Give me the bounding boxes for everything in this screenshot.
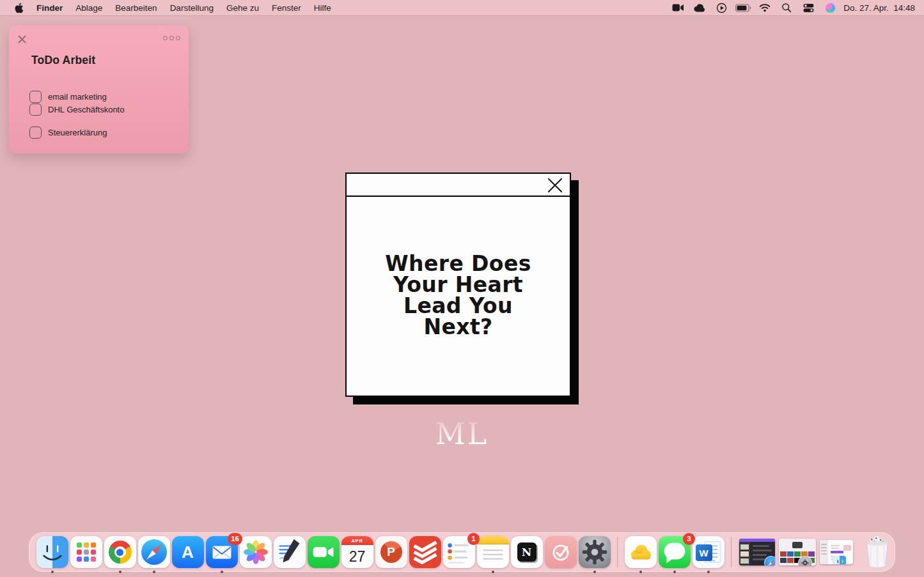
- mail-badge: 16: [228, 533, 242, 545]
- finder-mini-icon: [833, 555, 847, 564]
- spotlight-search-icon[interactable]: [778, 0, 795, 15]
- heading-line: Lead You: [385, 295, 531, 316]
- note-more-options-icon[interactable]: [163, 36, 180, 40]
- note-task-row: email marketing: [29, 91, 107, 103]
- note-task-row: DHL Geschäftskonto: [29, 104, 124, 116]
- menu-hilfe[interactable]: Hilfe: [308, 0, 338, 15]
- apple-icon: [14, 3, 24, 13]
- dock-divider: [731, 537, 732, 567]
- note-title: ToDo Arbeit: [31, 54, 95, 67]
- dock-todoist[interactable]: [408, 535, 442, 569]
- note-close-icon[interactable]: [17, 35, 27, 44]
- menu-bar: Finder Ablage Bearbeiten Darstellung Geh…: [0, 0, 924, 15]
- chrome-icon: [104, 536, 136, 568]
- dock-powerpoint[interactable]: P: [374, 535, 408, 569]
- battery-icon[interactable]: [735, 0, 751, 15]
- heading-line: Next?: [385, 316, 531, 337]
- dock-trash[interactable]: [861, 534, 893, 570]
- reminders-badge: 1: [467, 533, 480, 545]
- ml-logo-watermark: ML: [435, 417, 489, 451]
- dock-messages[interactable]: 3: [657, 535, 691, 569]
- dock-safari[interactable]: [137, 535, 171, 569]
- popup-body: Where Does Your Heart Lead You Next?: [347, 197, 570, 396]
- menu-finder[interactable]: Finder: [30, 0, 69, 15]
- minimized-window-safari[interactable]: [737, 535, 777, 569]
- launchpad-icon: [70, 536, 102, 568]
- finder-icon: [36, 536, 68, 568]
- siri-icon[interactable]: [822, 0, 838, 15]
- calendar-month: APR: [351, 538, 363, 544]
- dock-cloud-app[interactable]: [623, 535, 657, 569]
- calendar-icon: APR 27: [341, 536, 373, 568]
- powerpoint-icon: P: [375, 536, 407, 568]
- dock-launchpad[interactable]: [69, 535, 103, 569]
- menubar-clock[interactable]: Do. 27. Apr. 14:48: [843, 3, 915, 13]
- popup-close-icon[interactable]: [546, 176, 564, 194]
- running-indicator: [707, 571, 710, 573]
- running-indicator: [593, 571, 596, 573]
- dock-divider: [617, 537, 618, 567]
- dock-system-settings[interactable]: [577, 535, 611, 569]
- dock-reminders[interactable]: 1: [442, 535, 476, 569]
- dock-mail[interactable]: 16: [205, 535, 239, 569]
- note-task-row: Steuererklärung: [29, 127, 107, 139]
- cloud-status-icon[interactable]: [691, 0, 708, 15]
- dock-photos[interactable]: [239, 535, 272, 569]
- control-center-icon[interactable]: [800, 0, 817, 15]
- task-label: email marketing: [48, 92, 107, 102]
- apple-menu[interactable]: [8, 0, 30, 15]
- facetime-icon: [308, 536, 340, 568]
- running-indicator: [153, 571, 155, 573]
- trash-full-icon: [861, 534, 893, 570]
- menu-darstellung[interactable]: Darstellung: [164, 0, 220, 15]
- photos-icon: [240, 536, 272, 568]
- safari-icon: [138, 536, 170, 568]
- app-store-icon: A: [172, 536, 204, 568]
- now-playing-icon[interactable]: [713, 0, 730, 15]
- dock-notes[interactable]: [476, 535, 510, 569]
- heading-line: Your Heart: [385, 274, 531, 295]
- running-indicator: [492, 571, 494, 573]
- menu-bearbeiten[interactable]: Bearbeiten: [109, 0, 163, 15]
- minimized-window-finder[interactable]: [818, 535, 855, 569]
- finder-window-thumbnail: [820, 540, 853, 564]
- sticky-note-todo: ToDo Arbeit email marketing DHL Geschäft…: [9, 26, 189, 153]
- notes-pen-icon: [274, 536, 306, 568]
- popup-titlebar: [347, 174, 570, 197]
- checkmark-app-icon: [545, 536, 577, 568]
- dock-finder[interactable]: [35, 535, 69, 569]
- running-indicator: [673, 571, 676, 573]
- desktop: { "menubar": { "app_name": "Finder", "me…: [0, 0, 924, 577]
- apple-notes-icon: [477, 536, 509, 568]
- running-indicator: [221, 571, 223, 573]
- task-checkbox-steuererklaerung[interactable]: [29, 127, 42, 139]
- task-checkbox-dhl-geschaeftskonto[interactable]: [29, 104, 42, 116]
- dock-calendar[interactable]: APR 27: [340, 535, 374, 569]
- dock-notion[interactable]: N: [510, 535, 544, 569]
- dock-checklist-app[interactable]: [544, 535, 577, 569]
- minimized-window-settings[interactable]: [777, 535, 818, 569]
- running-indicator: [51, 571, 54, 573]
- notion-icon: N: [511, 536, 543, 568]
- settings-window-thumbnail: [779, 539, 816, 565]
- yellow-cloud-icon: [625, 536, 657, 568]
- system-settings-icon: [579, 536, 611, 568]
- running-indicator: [639, 571, 642, 573]
- task-checkbox-email-marketing[interactable]: [29, 91, 42, 103]
- notion-glyph: N: [522, 546, 532, 558]
- dock-goodnotes[interactable]: [272, 535, 306, 569]
- popup-window: Where Does Your Heart Lead You Next?: [345, 173, 571, 397]
- menu-ablage[interactable]: Ablage: [69, 0, 109, 15]
- dock-chrome[interactable]: [103, 535, 137, 569]
- dock-word[interactable]: W: [691, 535, 725, 569]
- word-glyph: W: [699, 548, 708, 558]
- wifi-icon[interactable]: [756, 0, 773, 15]
- dock-app-store[interactable]: A: [171, 535, 205, 569]
- messages-badge: 3: [683, 533, 695, 545]
- menu-fenster[interactable]: Fenster: [265, 0, 308, 15]
- task-label: Steuererklärung: [48, 128, 107, 137]
- heading-line: Where Does: [385, 253, 531, 274]
- dock-facetime[interactable]: [306, 535, 340, 569]
- menu-gehe-zu[interactable]: Gehe zu: [220, 0, 265, 15]
- screen-recording-icon[interactable]: [670, 0, 686, 15]
